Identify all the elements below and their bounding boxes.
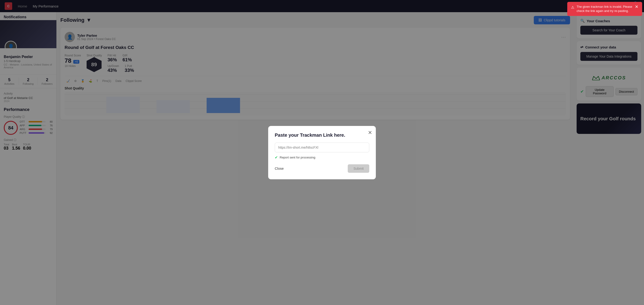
modal-title: Paste your Trackman Link here.	[275, 132, 369, 138]
success-text: Report sent for processing	[280, 156, 315, 159]
modal-close-icon-button[interactable]: ✕	[368, 130, 372, 136]
alert-banner: ⚠ The given trackman link is invalid. Pl…	[567, 2, 642, 16]
success-check-icon: ✔	[275, 155, 278, 160]
alert-icon: ⚠	[571, 5, 574, 10]
alert-close-button[interactable]: ✕	[635, 5, 638, 9]
trackman-link-input[interactable]	[275, 142, 369, 152]
alert-message: The given trackman link is invalid. Plea…	[576, 5, 632, 13]
modal-submit-button[interactable]: Submit	[348, 164, 369, 173]
modal-footer: Close Submit	[275, 164, 369, 173]
modal-close-button[interactable]: Close	[275, 166, 284, 170]
modal-success-message: ✔ Report sent for processing	[275, 155, 369, 160]
modal-overlay[interactable]: Paste your Trackman Link here. ✕ ✔ Repor…	[0, 0, 644, 305]
trackman-modal: Paste your Trackman Link here. ✕ ✔ Repor…	[268, 126, 376, 179]
